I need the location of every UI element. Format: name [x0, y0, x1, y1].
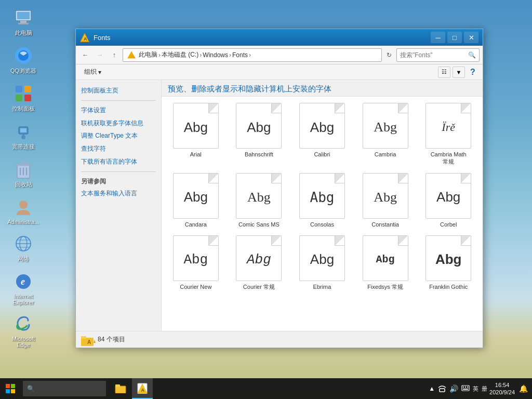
toolbar: 组织 ▾ ☷ ▼ ? — [76, 64, 483, 80]
font-item-constantia[interactable]: Abg Constantia — [355, 171, 416, 230]
my-computer-icon — [13, 7, 34, 28]
tray-keyboard-icon[interactable] — [461, 385, 470, 392]
refresh-button[interactable]: ↻ — [384, 50, 394, 60]
font-item-courier-new[interactable]: Abg Courier New — [166, 233, 226, 292]
minimize-button[interactable]: ─ — [431, 32, 445, 43]
organize-arrow: ▾ — [98, 69, 101, 76]
tray-notification-icon[interactable]: 🔔 — [519, 384, 528, 393]
path-part-4: Fonts — [232, 51, 248, 59]
font-name-arial: Arial — [190, 151, 202, 158]
title-bar: A Fonts ─ □ ✕ — [76, 29, 483, 46]
left-panel: 控制面板主页 字体设置 联机获取更多字体信息 调整 ClearType 文本 查… — [76, 80, 162, 331]
up-button[interactable]: ↑ — [108, 49, 121, 61]
tray-time[interactable]: 16:54 2020/9/24 — [489, 381, 515, 396]
font-item-franklin-gothic[interactable]: Abg Franklin Gothic — [418, 233, 478, 292]
desktop-icon-label: 回收站 — [15, 181, 32, 189]
recycle-bin-icon — [13, 159, 34, 180]
tray-lang-en[interactable]: 英 — [473, 385, 478, 393]
maximize-button[interactable]: □ — [447, 32, 462, 43]
taskbar: 🔍 A ▲ — [0, 378, 532, 399]
font-item-courier-regular[interactable]: Abg Courier 常规 — [229, 233, 289, 292]
desktop-icon-broadband[interactable]: 宽带连接 — [5, 119, 42, 153]
view-button[interactable]: ☷ — [438, 66, 450, 78]
get-more-fonts-link[interactable]: 联机获取更多字体信息 — [81, 119, 156, 128]
text-services-link[interactable]: 文本服务和输入语言 — [81, 189, 156, 198]
font-item-bahnschrift[interactable]: Abg Bahnschrift — [229, 101, 289, 168]
svg-rect-38 — [115, 386, 126, 393]
forward-button[interactable]: → — [94, 49, 106, 61]
font-name-comic-sans: Comic Sans MS — [238, 221, 280, 228]
desktop-icon-admin[interactable]: Administra... — [5, 195, 42, 227]
panel-divider-2 — [81, 171, 156, 172]
svg-rect-31 — [81, 336, 86, 339]
taskbar-search[interactable]: 🔍 — [23, 381, 106, 396]
close-button[interactable]: ✕ — [464, 32, 478, 43]
qq-browser-icon — [13, 45, 34, 66]
desktop-icon-ie[interactable]: e Internet Explorer — [5, 269, 42, 308]
control-panel-home-link[interactable]: 控制面板主页 — [81, 86, 156, 95]
tray-network-icon[interactable] — [438, 384, 446, 394]
font-item-comic-sans[interactable]: Abg Comic Sans MS — [229, 171, 289, 230]
taskbar-app-explorer[interactable] — [110, 378, 131, 399]
font-settings-link[interactable]: 字体设置 — [81, 106, 156, 115]
font-item-consolas[interactable]: Abg Consolas — [292, 171, 352, 230]
desktop-icon-label: 网络 — [18, 255, 29, 263]
font-name-bahnschrift: Bahnschrift — [245, 151, 273, 158]
svg-text:A: A — [141, 388, 145, 393]
font-item-calibri[interactable]: Abg Calibri — [292, 101, 352, 168]
help-button[interactable]: ? — [467, 66, 478, 78]
start-button[interactable] — [0, 378, 21, 399]
tray-lang-layout[interactable]: 册 — [482, 385, 487, 393]
svg-rect-39 — [115, 384, 120, 387]
svg-text:A: A — [84, 36, 87, 42]
path-part-1: 此电脑 — [139, 50, 157, 59]
font-item-cambria[interactable]: Abg Cambria — [355, 101, 416, 168]
font-item-candara[interactable]: Abg Candara — [166, 171, 226, 230]
font-icon-constantia: Abg — [363, 173, 408, 219]
fonts-window: A Fonts ─ □ ✕ ← → ↑ 此电脑 › 本地磁盘 (C:) › — [75, 29, 483, 348]
taskbar-app-fonts[interactable]: A — [132, 378, 153, 399]
desktop-icon-control-panel[interactable]: 控制面板 — [5, 81, 42, 115]
desktop-icons: 此电脑 QQ浏览器 控制面板 — [5, 5, 42, 350]
cleartype-link[interactable]: 调整 ClearType 文本 — [81, 131, 156, 140]
tray-volume-icon[interactable]: 🔊 — [449, 384, 458, 393]
tray-chevron-icon[interactable]: ▲ — [429, 385, 435, 392]
status-bar: A 84 个项目 — [76, 331, 483, 348]
font-item-arial[interactable]: Abg Arial — [166, 101, 226, 168]
search-input[interactable] — [400, 51, 466, 59]
svg-rect-47 — [467, 387, 468, 388]
desktop-icon-label: Administra... — [7, 219, 39, 225]
font-icon-franklin-gothic: Abg — [425, 235, 471, 281]
fonts-grid: Abg Arial Abg Bahnschrift — [166, 101, 478, 292]
organize-button[interactable]: 组织 ▾ — [80, 66, 105, 78]
find-char-link[interactable]: 查找字符 — [81, 144, 156, 153]
font-item-cambria-math[interactable]: Ïrě Cambria Math常规 — [418, 101, 478, 168]
fonts-grid-area[interactable]: Abg Arial Abg Bahnschrift — [162, 97, 483, 331]
desktop-icon-network[interactable]: 网络 — [5, 231, 42, 265]
svg-rect-36 — [6, 389, 10, 393]
font-name-ebrima: Ebrima — [313, 283, 331, 290]
font-item-ebrima[interactable]: Abg Ebrima — [292, 233, 352, 292]
desktop-icon-my-computer[interactable]: 此电脑 — [5, 5, 42, 39]
address-box[interactable]: 此电脑 › 本地磁盘 (C:) › Windows › Fonts › — [123, 48, 382, 62]
view-dropdown-button[interactable]: ▼ — [453, 66, 465, 78]
desktop-icon-qq-browser[interactable]: QQ浏览器 — [5, 43, 42, 77]
desktop-icon-recycle-bin[interactable]: 回收站 — [5, 157, 42, 191]
search-icon: 🔍 — [468, 51, 476, 59]
font-icon-courier-new: Abg — [173, 235, 219, 281]
font-name-candara: Candara — [185, 221, 207, 228]
taskbar-apps: A — [110, 378, 153, 399]
font-icon-ebrima: Abg — [299, 235, 345, 281]
font-icon-corbel: Abg — [425, 173, 471, 219]
page-header: 预览、删除或者显示和隐藏计算机上安装的字体 — [162, 80, 483, 97]
admin-icon — [13, 197, 34, 218]
desktop-icon-edge[interactable]: Microsoft Edge — [5, 312, 42, 350]
font-item-fixedsys[interactable]: Abg Fixedsys 常规 — [355, 233, 416, 292]
search-icon: 🔍 — [27, 385, 35, 392]
font-item-corbel[interactable]: Abg Corbel — [418, 171, 478, 230]
taskbar-tray: ▲ 🔊 — [424, 378, 532, 399]
search-box[interactable]: 🔍 — [396, 48, 480, 62]
download-fonts-link[interactable]: 下载所有语言的字体 — [81, 157, 156, 166]
font-icon-fixedsys: Abg — [363, 235, 408, 281]
back-button[interactable]: ← — [79, 49, 91, 61]
